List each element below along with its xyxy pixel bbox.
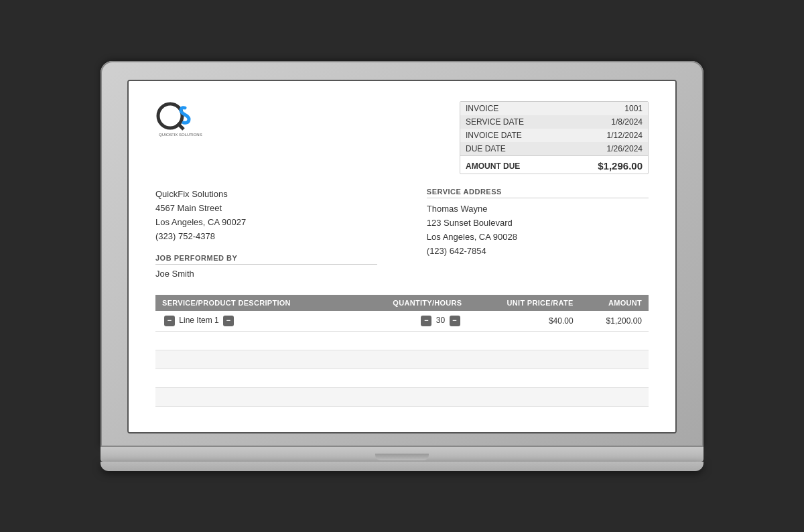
col-header-unit-price: UNIT PRICE/RATE — [469, 295, 580, 311]
info-row-due-date: DUE DATE 1/26/2024 — [460, 142, 648, 156]
invoice-document: QUICKFIX SOLUTIONS INVOICE 1001 — [129, 81, 675, 431]
job-section: JOB PERFORMED BY Joe Smith — [155, 254, 377, 279]
empty-row — [155, 331, 649, 350]
screen-bezel: QUICKFIX SOLUTIONS INVOICE 1001 — [100, 61, 704, 446]
company-address1: 4567 Main Street — [155, 202, 377, 216]
info-label-service-date: SERVICE DATE — [460, 115, 564, 129]
table-header-row: SERVICE/PRODUCT DESCRIPTION QUANTITY/HOU… — [155, 295, 649, 311]
remove-description-btn[interactable]: − — [164, 316, 175, 326]
service-name: Thomas Wayne — [427, 202, 649, 216]
info-label-due-date: DUE DATE — [460, 142, 564, 156]
info-row-invoice-date: INVOICE DATE 1/12/2024 — [460, 129, 648, 142]
quantity-value: 30 — [436, 316, 445, 325]
laptop-base — [100, 447, 704, 462]
col-header-description: SERVICE/PRODUCT DESCRIPTION — [155, 295, 354, 311]
col-header-quantity: QUANTITY/HOURS — [354, 295, 469, 311]
company-info: QuickFix Solutions 4567 Main Street Los … — [155, 188, 377, 243]
company-name: QuickFix Solutions — [155, 188, 377, 202]
items-table: SERVICE/PRODUCT DESCRIPTION QUANTITY/HOU… — [155, 295, 649, 407]
svg-line-1 — [178, 123, 184, 129]
laptop-notch — [375, 454, 429, 460]
edit-quantity-btn[interactable]: − — [450, 316, 460, 326]
invoice-header: QUICKFIX SOLUTIONS INVOICE 1001 — [155, 101, 649, 174]
service-phone: (123) 642-7854 — [427, 245, 649, 259]
service-address-label: SERVICE ADDRESS — [427, 188, 649, 198]
remove-quantity-btn[interactable]: − — [421, 316, 431, 326]
company-address2: Los Angeles, CA 90027 — [155, 216, 377, 230]
info-label-invoice: INVOICE — [460, 102, 564, 115]
service-address1: 123 Sunset Boulevard — [427, 216, 649, 230]
company-info-section: QuickFix Solutions 4567 Main Street Los … — [155, 188, 377, 278]
row-unit-price: $40.00 — [469, 311, 580, 332]
info-label-invoice-date: INVOICE DATE — [460, 129, 564, 142]
row-amount: $1,200.00 — [580, 311, 649, 332]
company-phone: (323) 752-4378 — [155, 230, 377, 244]
info-value-due-date: 1/26/2024 — [564, 142, 648, 156]
info-value-invoice-date: 1/12/2024 — [564, 129, 648, 142]
svg-text:QUICKFIX SOLUTIONS: QUICKFIX SOLUTIONS — [159, 133, 202, 137]
laptop-frame: QUICKFIX SOLUTIONS INVOICE 1001 — [100, 61, 704, 470]
service-address-details: Thomas Wayne 123 Sunset Boulevard Los An… — [427, 202, 649, 258]
invoice-info-table: INVOICE 1001 SERVICE DATE 1/8/2024 INVOI… — [460, 102, 648, 174]
row-quantity: − 30 − — [354, 311, 469, 332]
service-address2: Los Angeles, CA 90028 — [427, 230, 649, 245]
table-row: − Line Item 1 − − 30 − $40.00 $1,200.00 — [155, 311, 649, 332]
edit-description-btn[interactable]: − — [223, 316, 234, 326]
info-row-service-date: SERVICE DATE 1/8/2024 — [460, 115, 648, 129]
service-address-section: SERVICE ADDRESS Thomas Wayne 123 Sunset … — [427, 188, 649, 278]
empty-row — [155, 350, 649, 369]
logo-area: QUICKFIX SOLUTIONS — [155, 101, 202, 141]
laptop-bottom — [100, 462, 704, 471]
info-value-invoice: 1001 — [564, 102, 648, 115]
job-performer: Joe Smith — [155, 269, 377, 279]
info-table-wrapper: INVOICE 1001 SERVICE DATE 1/8/2024 INVOI… — [460, 101, 649, 174]
col-header-amount: AMOUNT — [580, 295, 649, 311]
info-value-service-date: 1/8/2024 — [564, 115, 648, 129]
info-label-amount-due: AMOUNT DUE — [460, 156, 564, 174]
empty-row — [155, 369, 649, 387]
laptop-screen: QUICKFIX SOLUTIONS INVOICE 1001 — [127, 80, 677, 433]
row-description: − Line Item 1 − — [155, 311, 354, 332]
line-item-name: Line Item 1 — [179, 316, 218, 325]
empty-row — [155, 387, 649, 406]
info-value-amount-due: $1,296.00 — [564, 156, 648, 174]
info-row-amount-due: AMOUNT DUE $1,296.00 — [460, 156, 648, 174]
job-label: JOB PERFORMED BY — [155, 254, 377, 265]
billing-section: QuickFix Solutions 4567 Main Street Los … — [155, 188, 649, 278]
info-row-invoice: INVOICE 1001 — [460, 102, 648, 115]
company-logo: QUICKFIX SOLUTIONS — [155, 101, 202, 138]
